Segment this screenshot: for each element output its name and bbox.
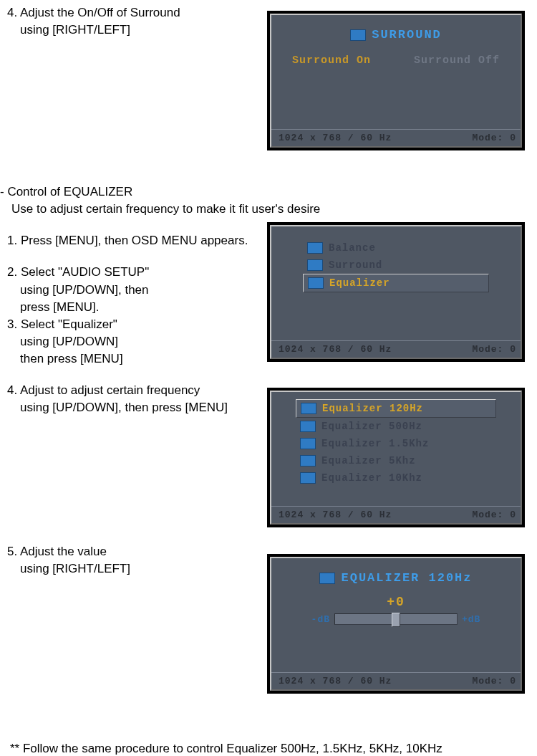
eq-track-knob: [392, 613, 400, 627]
menu-list-1: Balance Surround Equalizer: [303, 239, 489, 292]
osd-eq-title-row: EQUALIZER 120Hz: [280, 571, 512, 592]
audio-icon: [307, 242, 323, 254]
menu-item-surround: Surround: [303, 257, 489, 274]
audio-icon: [300, 455, 316, 466]
osd-surround-options: Surround On Surround Off: [280, 54, 512, 95]
osd-status-bar: 1024 x 768 / 60 HzMode: 0: [271, 340, 521, 358]
eq-slider: -dB +dB: [280, 613, 512, 648]
menu-item-equalizer: Equalizer: [303, 274, 489, 292]
osd-equalizer-adjust: EQUALIZER 120Hz +0 -dB +dB 1024 x 768 / …: [267, 554, 525, 694]
audio-icon: [300, 472, 316, 484]
osd-menu-equalizer-select: Balance Surround Equalizer 1024 x 768 / …: [267, 222, 525, 362]
surround-on-option: Surround On: [292, 54, 371, 67]
audio-icon: [350, 29, 366, 41]
menu-item-eq-500hz: Equalizer 500Hz: [296, 418, 496, 435]
audio-icon: [300, 438, 316, 449]
eq-value: +0: [280, 592, 512, 613]
menu-item-eq-120hz: Equalizer 120Hz: [296, 399, 496, 418]
equalizer-section-sub: Use to adjust certain frequency to make …: [7, 201, 537, 217]
audio-icon: [301, 403, 316, 414]
audio-icon: [300, 421, 316, 432]
menu-item-eq-1-5khz: Equalizer 1.5Khz: [296, 435, 496, 452]
eq-track-bar: [334, 613, 458, 625]
eq-max-label: +dB: [462, 614, 480, 625]
audio-icon: [307, 259, 323, 271]
footnote: ** Follow the same procedure to control …: [10, 741, 537, 756]
osd-status-bar: 1024 x 768 / 60 HzMode: 0: [271, 506, 521, 523]
osd-equalizer-freq-list: Equalizer 120Hz Equalizer 500Hz Equalize…: [267, 388, 525, 527]
menu-item-eq-10khz: Equalizer 10Khz: [296, 469, 496, 487]
menu-item-eq-5khz: Equalizer 5Khz: [296, 452, 496, 469]
surround-off-option: Surround Off: [414, 54, 500, 67]
osd-status-bar: 1024 x 768 / 60 HzMode: 0: [271, 129, 521, 146]
osd-status-bar: 1024 x 768 / 60 HzMode: 0: [271, 672, 521, 689]
menu-item-balance: Balance: [303, 239, 489, 257]
equalizer-section-heading: - Control of EQUALIZER: [0, 184, 537, 200]
audio-icon: [319, 573, 335, 584]
audio-icon: [308, 277, 324, 289]
menu-list-2: Equalizer 120Hz Equalizer 500Hz Equalize…: [296, 399, 496, 487]
osd-surround-title-row: SURROUND: [280, 28, 512, 54]
eq-min-label: -dB: [311, 614, 330, 625]
osd-surround: SURROUND Surround On Surround Off 1024 x…: [267, 11, 525, 150]
